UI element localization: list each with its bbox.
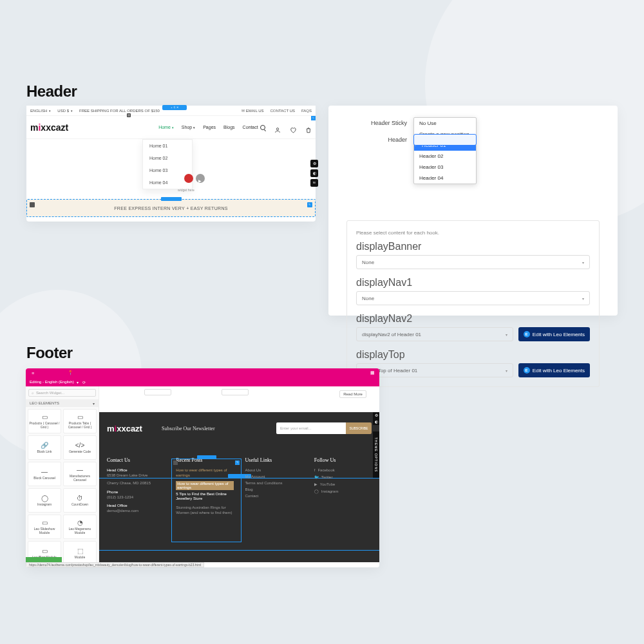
svg-point-0 (276, 128, 278, 129)
footer-link[interactable]: My Account (245, 475, 303, 478)
widget-block-carousel[interactable]: —Block Carousel (28, 462, 61, 486)
widget-products[interactable]: ▭Products ( Carousel / Grid ) (28, 409, 61, 433)
youtube-icon: ▶ (314, 482, 317, 486)
widget-instagram[interactable]: ◯Instagram (28, 488, 61, 513)
frame-edit-icon[interactable]: ✎ (235, 460, 240, 465)
edit-leo-button[interactable]: EEdit with Leo Elements (518, 327, 590, 341)
edit-section-pill[interactable]: + 〢 ✕ (162, 105, 187, 110)
menu-icon[interactable]: ≡ (30, 370, 36, 376)
read-more-button[interactable]: Read More (339, 390, 366, 398)
dark-theme-icon[interactable]: ◐ (373, 419, 379, 425)
footer-link[interactable]: Contact (245, 494, 303, 498)
social-twitter[interactable]: 🐦Twitter (314, 475, 372, 479)
theme-side-button[interactable]: ◐ (310, 169, 318, 177)
widget-category[interactable]: LEO ELEMENTS▾ (26, 399, 99, 407)
hook-select[interactable]: displayTop of Header 01▾ (356, 363, 513, 377)
heart-icon[interactable] (290, 124, 296, 131)
email-us-link[interactable]: ✉EMAIL US (242, 108, 264, 113)
search-icon: ⌕ (32, 391, 34, 395)
facebook-icon: f (314, 468, 316, 472)
widget-placeholder-text: widget here (178, 188, 194, 192)
shipping-banner-text: FREE SHIPPING FOR ALL ORDERS OF $150 (79, 109, 160, 113)
dropdown-item[interactable]: Home 01 (143, 140, 192, 152)
contact-us-link[interactable]: CONTACT US (270, 108, 295, 113)
nav-home[interactable]: Home▾ (158, 125, 174, 129)
banner-edit-icon[interactable]: ✎ (307, 202, 312, 207)
footer-col-links: Useful Links About Us My Account Terms a… (245, 457, 303, 557)
banner-section-pill[interactable] (161, 197, 182, 201)
faqs-link[interactable]: FAQS (301, 108, 312, 113)
bag-icon[interactable] (305, 124, 312, 131)
frame-pill[interactable] (197, 455, 216, 459)
dropdown-item[interactable]: Home 02 (143, 152, 192, 164)
play-circle-icon[interactable] (196, 174, 205, 183)
banner-drag-handle-icon[interactable] (30, 202, 35, 207)
footer-link[interactable]: Terms and Conditions (245, 481, 303, 485)
contact-phone-label: Phone (107, 490, 164, 494)
currency-selector[interactable]: USD $▾ (57, 109, 73, 113)
nav-contact[interactable]: Contact (243, 125, 258, 129)
twitter-icon: 🐦 (314, 475, 319, 479)
header-label: Header (346, 134, 413, 143)
widget-products-tabs[interactable]: ▭Products Tabs ( Carousel / Grid ) (63, 409, 97, 433)
nav-shop[interactable]: Shop▾ (182, 125, 195, 129)
hook-select[interactable]: None▾ (356, 255, 590, 269)
widget-countdown[interactable]: ⏱CountDown (63, 488, 97, 513)
widget-block-link[interactable]: 🔗Block Link (28, 435, 61, 460)
header-select[interactable] (413, 134, 477, 146)
leo-icon: E (524, 367, 530, 374)
social-facebook[interactable]: fFacebook (314, 468, 372, 472)
dropdown-option[interactable]: No Use (414, 118, 476, 129)
hook-hint-text: Please select content for each hook. (356, 230, 590, 236)
subscribe-text: Subscribe Our Newsletter (162, 426, 215, 431)
widget-search-input[interactable]: ⌕ Search Widget... (28, 389, 96, 397)
footer-link[interactable]: Blog (245, 488, 303, 491)
search-icon[interactable] (260, 125, 265, 130)
dropdown-option[interactable]: Header 03 (414, 162, 476, 173)
widget-generate-code[interactable]: </>Generate Code (63, 435, 97, 460)
settings-side-button[interactable]: ⚙ (310, 160, 318, 167)
grid-icon[interactable]: ▦ (369, 370, 375, 376)
footer-col-contact: Contact Us Head Office 6538 Dream Lake D… (107, 457, 164, 557)
nav-blogs[interactable]: Blogs (223, 125, 235, 129)
dropdown-option[interactable]: Header 02 (414, 151, 476, 162)
widget-manufacturers-carousel[interactable]: —Manufacturers Carousel (63, 462, 97, 486)
hook-title: displayNav2 (356, 313, 590, 325)
email-input[interactable]: Enter your email... (276, 422, 346, 434)
footer-canvas: Read More mixxcazt Subscribe Our Newslet… (99, 386, 379, 567)
contact-phone: (012) 123-1234 (107, 495, 164, 500)
status-indicator (26, 557, 62, 562)
hook-select[interactable]: displayNav2 of Header 01▾ (356, 327, 513, 341)
footer-logo[interactable]: mixxcazt (107, 424, 142, 433)
header-position-dropdown[interactable]: No Use Create a new position Header 01 H… (413, 117, 477, 184)
social-youtube[interactable]: ▶YouTube (314, 482, 372, 486)
footer-link[interactable]: About Us (245, 468, 303, 472)
options-side-button[interactable]: NS (310, 179, 318, 187)
footer-col-follow: Follow Us fFacebook 🐦Twitter ▶YouTube ◯I… (314, 457, 372, 557)
dropdown-option[interactable]: Header 04 (414, 173, 476, 184)
header-config-panel: Header Sticky No Use Create a new positi… (328, 106, 618, 316)
edit-selection-frame: ✎ (171, 459, 242, 542)
social-instagram[interactable]: ◯Instagram (314, 489, 372, 493)
user-icon[interactable] (274, 124, 281, 131)
language-selector[interactable]: ENGLISH▾ (30, 109, 51, 113)
nav-edit-icon[interactable]: ✎ (311, 116, 316, 120)
brand-logo[interactable]: mixxcazt (30, 122, 68, 133)
widget-slideshow[interactable]: ▭Leo Slideshow Module (28, 515, 61, 539)
nav-pages[interactable]: Pages (203, 125, 216, 129)
subscribe-button[interactable]: SUBSCRIBE (346, 422, 372, 434)
hook-title: displayTop (356, 349, 590, 361)
main-nav-bar: mixxcazt Home▾ Shop▾ Pages Blogs Contact… (26, 116, 316, 139)
editor-divider (99, 550, 379, 551)
editing-language-bar[interactable]: Editing - English (English)▾ ⟳ (26, 377, 379, 386)
edit-leo-button[interactable]: EEdit with Leo Elements (518, 363, 590, 377)
widget-shapes (184, 174, 205, 183)
promo-banner-block: FREE EXPRESS INTERN VERY + EASY RETURNS … (26, 199, 316, 217)
dark-settings-icon[interactable]: ⚙ (373, 412, 379, 419)
frame-drag-handle-icon[interactable] (173, 460, 178, 465)
pin-icon[interactable]: 📍 (67, 370, 73, 376)
widget-megamenu[interactable]: ◔Leo Megamenu Module (63, 515, 97, 539)
drag-handle-icon[interactable] (127, 113, 131, 117)
instagram-icon: ◯ (314, 489, 319, 493)
hook-select[interactable]: None▾ (356, 291, 590, 305)
